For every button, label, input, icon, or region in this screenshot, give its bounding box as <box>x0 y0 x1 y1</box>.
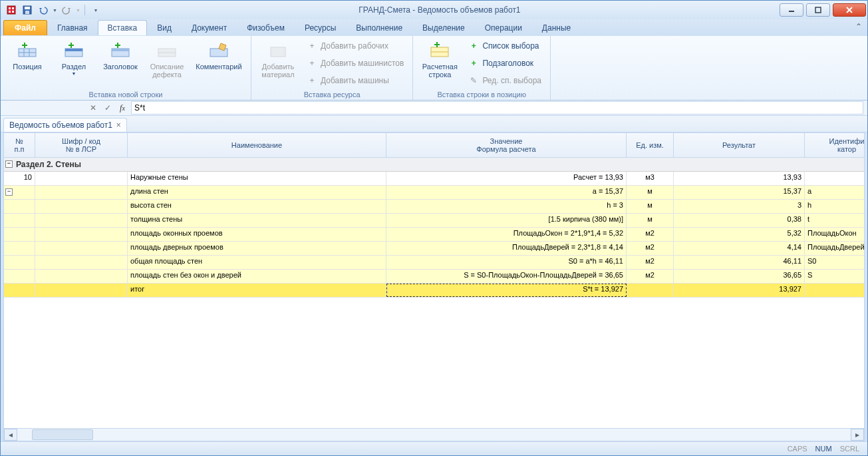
table-row[interactable]: площадь дверных проемовПлощадьДверей = 2… <box>4 242 864 256</box>
cell[interactable] <box>4 228 35 241</box>
cell[interactable]: м <box>627 214 674 227</box>
cell[interactable] <box>4 284 35 297</box>
cell[interactable]: м <box>627 186 674 199</box>
cell[interactable]: площадь оконных проемов <box>128 228 386 241</box>
accept-formula-icon[interactable]: ✓ <box>102 102 114 114</box>
cell[interactable]: 46,11 <box>674 256 805 269</box>
cell[interactable]: 4,14 <box>674 242 805 255</box>
undo-icon[interactable] <box>37 3 50 17</box>
save-icon[interactable] <box>21 3 34 17</box>
cell[interactable]: a <box>805 186 864 199</box>
collapse-subrows-icon[interactable]: − <box>5 188 13 196</box>
col-result[interactable]: Результат <box>674 133 805 157</box>
cell[interactable]: ПлощадьОкон <box>805 228 864 241</box>
cancel-formula-icon[interactable]: ✕ <box>87 102 99 114</box>
tab-Главная[interactable]: Главная <box>47 20 98 35</box>
cell[interactable]: ПлощадьОкон = 2*1,9*1,4 = 5,32 <box>386 228 627 241</box>
cell[interactable]: h = 3 <box>386 200 627 213</box>
cell[interactable]: 0,38 <box>674 214 805 227</box>
table-row[interactable]: высота стенh = 3м3h <box>4 200 864 214</box>
table-row[interactable]: длина стенa = 15,37м15,37a− <box>4 186 864 200</box>
cell[interactable]: 10 <box>4 172 35 185</box>
scroll-right-icon[interactable]: ▸ <box>851 429 864 441</box>
cell[interactable]: длина стен <box>128 186 386 199</box>
cell[interactable]: м2 <box>627 228 674 241</box>
cell[interactable]: Наружные стены <box>128 172 386 185</box>
table-row[interactable]: толщина стены[1.5 кирпича (380 мм)]м0,38… <box>4 214 864 228</box>
cell[interactable]: S0 = a*h = 46,11 <box>386 256 627 269</box>
cell[interactable]: итог <box>128 284 386 297</box>
col-unit[interactable]: Ед. изм. <box>627 133 674 157</box>
horizontal-scrollbar[interactable]: ◂ ▸ <box>4 428 864 441</box>
cell[interactable] <box>35 200 128 213</box>
cell[interactable]: t <box>805 214 864 227</box>
close-button[interactable] <box>833 3 866 17</box>
section-row[interactable]: − Раздел 2. Стены <box>4 158 864 172</box>
cell[interactable] <box>4 270 35 283</box>
tab-Выполнение[interactable]: Выполнение <box>346 20 412 35</box>
subheader-button[interactable]: +Подзаголовок <box>464 55 546 72</box>
cell[interactable] <box>35 270 128 283</box>
cell[interactable]: м <box>627 200 674 213</box>
cell[interactable]: a = 15,37 <box>386 186 627 199</box>
cell[interactable]: 13,93 <box>674 172 805 185</box>
cell[interactable]: м3 <box>627 172 674 185</box>
cell[interactable]: S0 <box>805 256 864 269</box>
calc-row-button[interactable]: Расчетная строка <box>417 37 462 81</box>
table-row[interactable]: площадь стен без окон и дверейS = S0-Пло… <box>4 270 864 284</box>
tab-Выделение[interactable]: Выделение <box>412 20 475 35</box>
cell[interactable]: площадь дверных проемов <box>128 242 386 255</box>
cell[interactable]: 36,65 <box>674 270 805 283</box>
app-icon[interactable] <box>5 3 18 17</box>
cell[interactable]: м2 <box>627 270 674 283</box>
cell[interactable]: S <box>805 270 864 283</box>
position-button[interactable]: Позиция <box>5 37 50 73</box>
tab-Вид[interactable]: Вид <box>147 20 182 35</box>
table-row[interactable]: площадь оконных проемовПлощадьОкон = 2*1… <box>4 228 864 242</box>
cell[interactable]: S = S0-ПлощадьОкон-ПлощадьДверей = 36,65 <box>386 270 627 283</box>
col-name[interactable]: Наименование <box>128 133 386 157</box>
col-np[interactable]: № п.п <box>4 133 35 157</box>
cell[interactable] <box>35 228 128 241</box>
cell[interactable]: площадь стен без окон и дверей <box>128 270 386 283</box>
tab-Данные[interactable]: Данные <box>532 20 581 35</box>
tab-Операции[interactable]: Операции <box>475 20 532 35</box>
table-row[interactable]: 10Наружные стеныРасчет = 13,93м313,93 <box>4 172 864 186</box>
cell[interactable]: ПлощадьДверей <box>805 242 864 255</box>
cell[interactable] <box>35 242 128 255</box>
collapse-toggle-icon[interactable]: − <box>5 160 13 168</box>
document-tab[interactable]: Ведомость объемов работ1 × <box>3 118 127 132</box>
redo-icon[interactable] <box>60 3 73 17</box>
cell[interactable] <box>35 256 128 269</box>
tab-file[interactable]: Файл <box>3 20 47 35</box>
header-button[interactable]: Заголовок <box>98 37 143 73</box>
col-value[interactable]: Значение Формула расчета <box>386 133 627 157</box>
cell[interactable]: S*t = 13,927 <box>386 284 627 297</box>
cell[interactable]: ПлощадьДверей = 2,3*1,8 = 4,14 <box>386 242 627 255</box>
tab-Вставка[interactable]: Вставка <box>98 20 148 35</box>
cell[interactable]: толщина стены <box>128 214 386 227</box>
formula-input[interactable] <box>131 101 863 114</box>
cell[interactable] <box>4 214 35 227</box>
cell[interactable]: м2 <box>627 242 674 255</box>
table-row[interactable]: итогS*t = 13,92713,927 <box>4 284 864 298</box>
cell[interactable] <box>4 200 35 213</box>
maximize-button[interactable] <box>806 3 830 17</box>
cell[interactable]: общая площадь стен <box>128 256 386 269</box>
cell[interactable]: 13,927 <box>674 284 805 297</box>
qat-dropdown-icon[interactable]: ▾ <box>89 3 102 17</box>
tab-Физобъем[interactable]: Физобъем <box>237 20 295 35</box>
tab-Ресурсы[interactable]: Ресурсы <box>295 20 346 35</box>
cell[interactable] <box>35 214 128 227</box>
table-row[interactable]: общая площадь стенS0 = a*h = 46,11м246,1… <box>4 256 864 270</box>
cell[interactable]: м2 <box>627 256 674 269</box>
cell[interactable]: [1.5 кирпича (380 мм)] <box>386 214 627 227</box>
cell[interactable]: 3 <box>674 200 805 213</box>
scroll-thumb[interactable] <box>32 429 93 440</box>
section-button[interactable]: Раздел ▼ <box>51 37 96 79</box>
cell[interactable] <box>35 186 128 199</box>
cell[interactable]: высота стен <box>128 200 386 213</box>
cell[interactable]: h <box>805 200 864 213</box>
minimize-button[interactable] <box>780 3 803 17</box>
cell[interactable]: 5,32 <box>674 228 805 241</box>
